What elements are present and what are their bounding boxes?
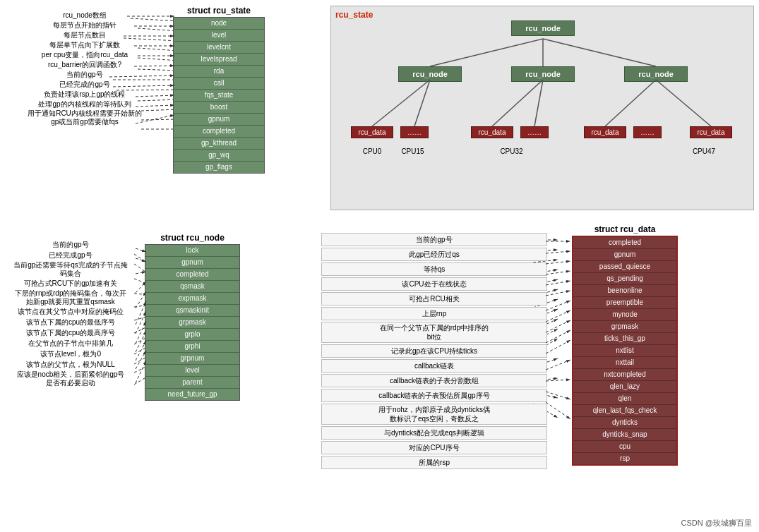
- rd-field-qlen: qlen: [573, 393, 676, 405]
- svg-line-58: [656, 80, 711, 126]
- rd-field-beenonline: beenonline: [573, 285, 676, 297]
- field-gpnum: gpnum: [174, 114, 264, 126]
- label-rcu-barrier: rcu_barrier的回调函数?: [0, 60, 169, 70]
- svg-line-95: [546, 340, 570, 353]
- bl-label-qs-mask: 当前gp还需要等待qs完成的子节点掩码集合: [0, 261, 141, 278]
- bl-label-cpu-high: 该节点下属的cpu的最高序号: [0, 328, 141, 338]
- field-gp-kthread: gp_kthread: [174, 138, 264, 150]
- struct-rcu-state-container: struct rcu_state node level levelcnt lev…: [173, 6, 265, 174]
- rn-field-grpnum: grpnum: [145, 353, 239, 365]
- rd-field-completed: completed: [573, 237, 676, 249]
- rd-field-cpu: cpu: [573, 441, 676, 453]
- rn-field-qsmask: qsmask: [145, 281, 239, 293]
- svg-line-87: [546, 261, 570, 264]
- rd-field-qs-pending: qs_pending: [573, 273, 676, 285]
- label-notify-rcu: 用于通知RCU内核线程需要开始新的gp或当前gp需要做fqs: [0, 109, 169, 126]
- struct-rcu-state-box: node level levelcnt levelspread rda call…: [173, 17, 265, 174]
- rn-field-level: level: [145, 365, 239, 377]
- svg-line-98: [546, 392, 570, 399]
- field-gp-wq: gp_wq: [174, 150, 264, 162]
- svg-line-94: [546, 330, 570, 343]
- bc-label-ticks: 记录此gp在该CPU持续ticks: [321, 344, 547, 358]
- struct-rcu-node-box: lock gpnum completed qsmask expmask qsma…: [145, 244, 240, 401]
- bottom-left-labels: 当前的gp号 已经完成gp号 当前gp还需要等待qs完成的子节点掩码集合 可抢占…: [0, 240, 141, 388]
- rn-field-grplo: grplo: [145, 329, 239, 341]
- svg-line-96: [546, 360, 570, 370]
- rd-field-qlen-last-fqs: qlen_last_fqs_check: [573, 405, 676, 417]
- rd-field-grpmask: grpmask: [573, 321, 676, 333]
- bc-label-upper-rnp: 上层rnp: [321, 307, 547, 320]
- svg-line-93: [546, 320, 570, 332]
- svg-line-91: [546, 301, 570, 310]
- bc-label-callback-list: callback链表: [321, 359, 547, 373]
- left-labels-top: rcu_node数组 每层节点开始的指针 每层节点数目 每层单节点向下扩展数 p…: [0, 11, 169, 126]
- field-completed: completed: [174, 126, 264, 138]
- bl-label-parent-null: 该节点的父节点，根为NULL: [0, 360, 141, 370]
- label-levelspread: 每层单节点向下扩展数: [0, 40, 169, 50]
- field-boost: boost: [174, 102, 264, 114]
- bottom-center-labels: 当前的gp号 此gp已经历过qs 等待qs 该CPU处于在线状态 可抢占RCU相…: [321, 233, 547, 471]
- tree-diagram: rcu_state rcu_node rcu_node rcu_node rcu…: [330, 6, 754, 210]
- label-completed-gp: 已经完成的gp号: [0, 80, 169, 90]
- field-call: call: [174, 78, 264, 90]
- rd-field-nxtlist: nxtlist: [573, 345, 676, 357]
- bc-label-rsp: 所属的rsp: [321, 456, 547, 469]
- rn-field-qsmaskinit: qsmaskinit: [145, 305, 239, 317]
- field-levelspread: levelspread: [174, 54, 264, 66]
- field-node: node: [174, 18, 264, 30]
- svg-line-86: [546, 251, 570, 253]
- rd-field-passed-quiesce: passed_quiesce: [573, 261, 676, 273]
- svg-line-52: [543, 39, 656, 66]
- label-gp-wait: 处理gp的内核线程的等待队列: [0, 99, 169, 109]
- field-gp-flags: gp_flags: [174, 162, 264, 173]
- svg-line-92: [546, 310, 570, 322]
- watermark: CSDN @玫城狮百里: [681, 518, 752, 528]
- bl-label-preempt-rcu: 可抢占式RCU下的gp加速有关: [0, 279, 141, 289]
- bc-label-cpu-num: 对应的CPU序号: [321, 441, 547, 454]
- svg-line-50: [430, 39, 543, 66]
- rd-field-rsp: rsp: [573, 453, 676, 464]
- rn-field-grphi: grphi: [145, 341, 239, 353]
- bl-label-parent-mask: 该节点在其父节点中对应的掩码位: [0, 307, 141, 317]
- rn-field-need-future-gp: need_future_gp: [145, 389, 239, 400]
- label-current-gp: 当前的gp号: [0, 70, 169, 80]
- label-level-count: 每层节点数目: [0, 30, 169, 40]
- rn-field-gpnum: gpnum: [145, 257, 239, 269]
- rd-field-nxttail: nxttail: [573, 357, 676, 369]
- field-level: level: [174, 30, 264, 42]
- rd-field-mynode: mynode: [573, 309, 676, 321]
- struct-rcu-state-title: struct rcu_state: [173, 6, 265, 16]
- label-per-cpu: per cpu变量，指向rcu_data: [0, 50, 169, 60]
- bc-label-current-gp: 当前的gp号: [321, 233, 547, 246]
- bc-label-rdp-sort: 在同一个父节点下属的rdp中排序的bit位: [321, 322, 547, 343]
- bl-label-current-gp: 当前的gp号: [0, 240, 141, 250]
- svg-line-97: [546, 380, 570, 381]
- rd-field-preemptible: preemptible: [573, 297, 676, 309]
- rd-field-dynticks-snap: dynticks_snap: [573, 429, 676, 441]
- struct-rcu-data-title: struct rcu_data: [572, 224, 678, 234]
- bc-label-qs-gp: 此gp已经历过qs: [321, 248, 547, 261]
- rn-field-expmask: expmask: [145, 293, 239, 305]
- bc-label-nohz: 用于nohz，内部原子成员dynticks偶数标识了eqs空闲，奇数反之: [321, 404, 547, 425]
- bc-label-cpu-online: 该CPU处于在线状态: [321, 277, 547, 291]
- bl-label-level: 该节点level，根为0: [0, 349, 141, 359]
- bl-label-rnp-rdp-mask: 下层的rnp或rdp的掩码集合，每次开始新gp就要用其重置qsmask: [0, 289, 141, 306]
- struct-rcu-data-box: completed gpnum passed_quiesce qs_pendin…: [572, 236, 678, 466]
- rn-field-lock: lock: [145, 245, 239, 257]
- svg-line-54: [414, 80, 430, 126]
- field-fqs-state: fqs_state: [174, 90, 264, 102]
- bc-label-dynticks: 与dynticks配合完成eqs判断逻辑: [321, 426, 547, 440]
- svg-line-53: [372, 80, 430, 126]
- rd-field-nxtcompleted: nxtcompleted: [573, 369, 676, 381]
- svg-line-90: [546, 291, 570, 296]
- struct-rcu-node-container: struct rcu_node lock gpnum completed qsm…: [145, 233, 240, 401]
- rd-field-ticks-this-gp: ticks_this_gp: [573, 333, 676, 345]
- struct-rcu-node-title: struct rcu_node: [145, 233, 240, 243]
- struct-rcu-data-container: struct rcu_data completed gpnum passed_q…: [572, 224, 678, 466]
- rd-field-qlen-lazy: qlen_lazy: [573, 381, 676, 393]
- svg-line-89: [546, 281, 570, 285]
- rd-field-dynticks: dynticks: [573, 417, 676, 429]
- rn-field-parent: parent: [145, 377, 239, 389]
- rd-field-gpnum: gpnum: [573, 249, 676, 261]
- label-gp-thread: 负责处理该rsp上gp的线程: [0, 90, 169, 99]
